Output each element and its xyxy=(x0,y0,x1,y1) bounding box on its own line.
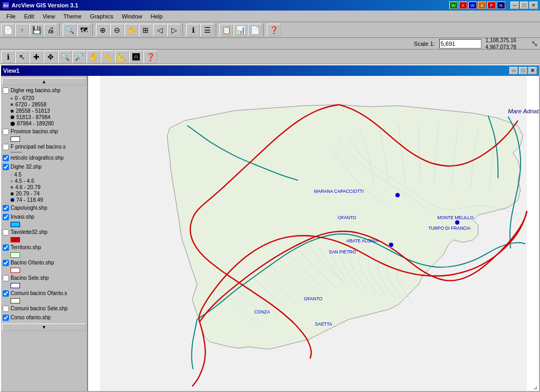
tb-extent[interactable]: ⊞ xyxy=(139,24,152,36)
menu-graphics[interactable]: Graphics xyxy=(86,12,118,21)
legend-item-dighe32: Dighe 32.shp 4.5 4.5 - 4.6 4.6 - 20.79 2… xyxy=(2,163,86,203)
tb-chart[interactable]: 📊 xyxy=(234,24,247,36)
taskbar-icon-5[interactable]: P xyxy=(487,2,496,9)
cb-f-principali[interactable] xyxy=(3,144,9,150)
cb-dighe32[interactable] xyxy=(3,164,9,170)
view1-content: ▲ Dighe reg bacino.shp 0 - 6720 6720 - 2… xyxy=(1,76,539,391)
tb-btn5[interactable]: 🔍 xyxy=(63,24,76,36)
tb-help-tool[interactable]: ❓ xyxy=(143,51,157,63)
legend-item-dighe-reg: Dighe reg bacino.shp 0 - 6720 6720 - 285… xyxy=(2,86,86,126)
view1-window: View1 ─ □ ✕ ▲ Dighe reg bacino.shp 0 - 6… xyxy=(0,64,540,392)
legend-item-invasi: Invasi.shp xyxy=(2,213,86,227)
lbl-province: Province bacino.shp xyxy=(11,128,58,135)
resize-icon: ⤡ xyxy=(531,38,538,48)
taskbar-icon-3[interactable]: W xyxy=(468,2,477,9)
tb-info-tool[interactable]: ℹ xyxy=(1,51,15,63)
legend-scroll-down[interactable]: ▼ xyxy=(2,324,86,331)
cb-comuni-sele[interactable] xyxy=(3,306,9,312)
resize-corner[interactable]: ⊿ xyxy=(532,384,539,391)
menu-edit[interactable]: Edit xyxy=(20,12,38,21)
tb-cross-tool[interactable]: ✚ xyxy=(30,51,43,63)
tb-legend[interactable]: 📋 xyxy=(219,24,233,36)
scale-label: Scale 1: xyxy=(414,41,435,47)
tb-next-extent[interactable]: ▷ xyxy=(167,24,181,36)
lbl-bacino-sele: Bacino Sele.shp xyxy=(11,275,49,281)
cb-comuni-ofanto[interactable] xyxy=(3,290,9,297)
lbl-dighe32: Dighe 32.shp xyxy=(11,163,42,170)
label-abate: ABATE ALONIA xyxy=(346,238,378,243)
tb-pan-tool[interactable]: ✋ xyxy=(86,51,100,63)
reservoir-monte-melillo xyxy=(455,220,459,225)
tb-identify[interactable]: ℹ xyxy=(186,24,200,36)
menu-bar: File Edit View Theme Graphics Window Hel… xyxy=(0,11,540,22)
legend-item-capoluoghi: Capoluoghi.shp xyxy=(2,204,86,212)
legend-item-province: Province bacino.shp xyxy=(2,128,86,142)
cb-territorio[interactable] xyxy=(3,244,9,251)
menu-theme[interactable]: Theme xyxy=(59,12,85,21)
app-window-controls[interactable]: W X W A P N ─ □ ✕ xyxy=(449,2,538,9)
legend-item-corso-ofanto: Corso ofanto.shp xyxy=(2,313,86,321)
menu-help[interactable]: Help xyxy=(147,12,167,21)
tb-pan[interactable]: ✋ xyxy=(124,24,138,36)
lbl-capoluoghi: Capoluoghi.shp xyxy=(11,204,47,211)
label-ofanto1: OFANTO xyxy=(338,215,356,220)
cb-tavolette32[interactable] xyxy=(3,229,9,236)
tb-btn6[interactable]: 🗺 xyxy=(77,24,91,36)
legend-item-reticolo: reticolo idrografico.shp xyxy=(2,154,86,162)
menu-window[interactable]: Window xyxy=(118,12,147,21)
taskbar-icon-6[interactable]: N xyxy=(497,2,505,9)
tb-save[interactable]: 💾 xyxy=(30,24,43,36)
taskbar-icon-2[interactable]: X xyxy=(459,2,467,9)
cb-corso-ofanto[interactable] xyxy=(3,315,9,321)
tb-prev-extent[interactable]: ◁ xyxy=(153,24,167,36)
tb-measure-tool[interactable]: 📏 xyxy=(101,51,114,63)
legend-item-bacino-ofanto: Bacino Ofanto.shp xyxy=(2,259,86,273)
view1-close[interactable]: ✕ xyxy=(528,67,537,74)
close-button[interactable]: ✕ xyxy=(529,2,538,9)
taskbar-icon-4[interactable]: A xyxy=(478,2,486,9)
cb-capoluoghi[interactable] xyxy=(3,205,9,211)
tb-select[interactable]: ☰ xyxy=(200,24,214,36)
tb-draw-tool[interactable]: 📐 xyxy=(115,51,129,63)
cb-reticolo[interactable] xyxy=(3,155,9,161)
tb-zoom-out-tool[interactable]: 🔎 xyxy=(72,51,86,63)
menu-file[interactable]: File xyxy=(2,12,20,21)
legend-scroll-up[interactable]: ▲ xyxy=(2,78,86,85)
tb-label-tool[interactable]: 🅰 xyxy=(129,51,143,63)
tb-new[interactable]: 📄 xyxy=(1,24,15,36)
scale-input[interactable] xyxy=(439,39,481,48)
tb-print[interactable]: 🖨 xyxy=(44,24,57,36)
tb-zoom-in[interactable]: ⊕ xyxy=(96,24,110,36)
taskbar-icon-1[interactable]: W xyxy=(449,2,458,9)
label-marana: MARANA CAPACCIOTTI xyxy=(314,189,363,194)
tb-zoom-out[interactable]: ⊖ xyxy=(110,24,124,36)
tb-arrow-tool[interactable]: ↖ xyxy=(15,51,29,63)
coord-y: 4,967,073.78 xyxy=(486,44,516,51)
minimize-button[interactable]: ─ xyxy=(510,2,519,9)
tb-move-tool[interactable]: ✥ xyxy=(44,51,57,63)
cb-bacino-sele[interactable] xyxy=(3,275,9,281)
cb-dighe-reg[interactable] xyxy=(3,87,9,94)
tb-open[interactable]: ↑ xyxy=(15,24,29,36)
menu-view[interactable]: View xyxy=(38,12,60,21)
info-bar: Scale 1: 1,108,375.16 4,967,073.78 ⤡ xyxy=(0,38,540,50)
maximize-button[interactable]: □ xyxy=(520,2,528,9)
label-ofanto2: OFANTO xyxy=(304,296,323,301)
tb-help[interactable]: ❓ xyxy=(267,24,281,36)
view1-maximize[interactable]: □ xyxy=(519,67,527,74)
label-monte-melillo: MONTE MELILLO xyxy=(437,215,474,220)
tb-layout[interactable]: 📄 xyxy=(248,24,262,36)
lbl-f-principali: F principali nel bacino.s xyxy=(11,143,66,150)
reservoir-abate-alonia xyxy=(389,242,393,247)
view1-minimize[interactable]: ─ xyxy=(509,67,518,74)
legend-panel: ▲ Dighe reg bacino.shp 0 - 6720 6720 - 2… xyxy=(1,76,88,391)
cb-invasi[interactable] xyxy=(3,214,9,220)
label-turpo: TURPO DI FRANCIA xyxy=(428,226,470,231)
cb-bacino-ofanto[interactable] xyxy=(3,260,9,266)
legend-item-f-principali: F principali nel bacino.s xyxy=(2,143,86,153)
lbl-comuni-sele: Comuni bacino Sele.shp xyxy=(11,305,68,312)
map-area[interactable]: Mare Adriatico MARANA CAPACCIOTTI MONTE … xyxy=(88,76,539,391)
lbl-territorio: Territorio.shp xyxy=(11,244,41,251)
cb-province[interactable] xyxy=(3,129,9,135)
tb-zoom-in-tool[interactable]: 🔍 xyxy=(58,51,72,63)
